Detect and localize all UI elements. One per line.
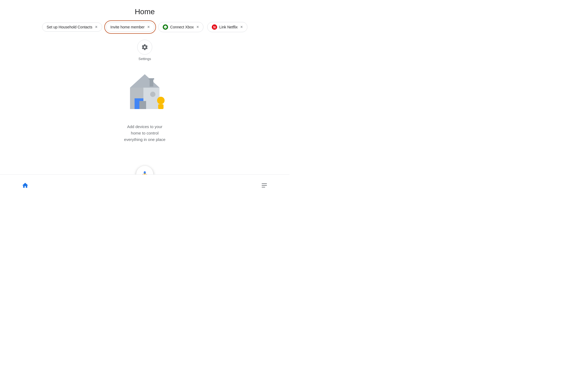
svg-rect-12 [149, 78, 154, 80]
svg-rect-11 [158, 104, 164, 109]
chip-label: Connect Xbox [170, 25, 194, 29]
menu-tab[interactable] [261, 182, 268, 189]
home-tab[interactable] [21, 182, 29, 189]
svg-rect-14 [262, 185, 267, 185]
chip-label: Link Netflix [219, 25, 237, 29]
svg-rect-13 [262, 183, 267, 184]
chip-close-invite-home[interactable]: × [147, 25, 150, 29]
chip-invite-home[interactable]: Invite home member × [106, 23, 154, 32]
bottom-bar [0, 174, 290, 196]
gear-icon [141, 44, 148, 51]
desc-line2: home to control [131, 131, 158, 135]
chip-label: Set up Household Contacts [47, 25, 92, 29]
settings-label: Settings [139, 57, 151, 61]
chip-label: Invite home member [110, 25, 145, 29]
svg-point-10 [157, 97, 165, 104]
menu-icon [261, 182, 268, 189]
house-svg [118, 69, 172, 117]
chip-connect-xbox[interactable]: Connect Xbox × [158, 22, 203, 32]
chip-close-xbox[interactable]: × [196, 25, 199, 29]
desc-line3: everything in one place [124, 137, 165, 142]
chip-setup-household[interactable]: Set up Household Contacts × [42, 23, 102, 32]
page-title: Home [0, 0, 290, 16]
chip-close-netflix[interactable]: × [240, 25, 243, 29]
desc-line1: Add devices to your [127, 124, 162, 129]
illustration-description: Add devices to your home to control ever… [0, 124, 290, 143]
svg-point-8 [150, 92, 155, 97]
settings-button[interactable] [137, 40, 152, 55]
home-icon [22, 182, 29, 189]
chip-link-netflix[interactable]: N Link Netflix × [207, 22, 247, 32]
svg-rect-9 [139, 101, 146, 109]
svg-rect-15 [262, 187, 265, 187]
xbox-icon [163, 24, 168, 30]
svg-marker-3 [130, 74, 159, 88]
svg-rect-4 [150, 79, 153, 87]
chip-wrapper-invite: Invite home member × [106, 23, 154, 32]
svg-point-0 [163, 24, 168, 30]
house-illustration [0, 69, 290, 117]
chip-close-setup-household[interactable]: × [95, 25, 98, 29]
svg-text:N: N [213, 25, 216, 29]
settings-section: Settings [0, 40, 290, 61]
chips-row: Set up Household Contacts × Invite home … [0, 22, 290, 32]
netflix-icon: N [212, 24, 217, 30]
